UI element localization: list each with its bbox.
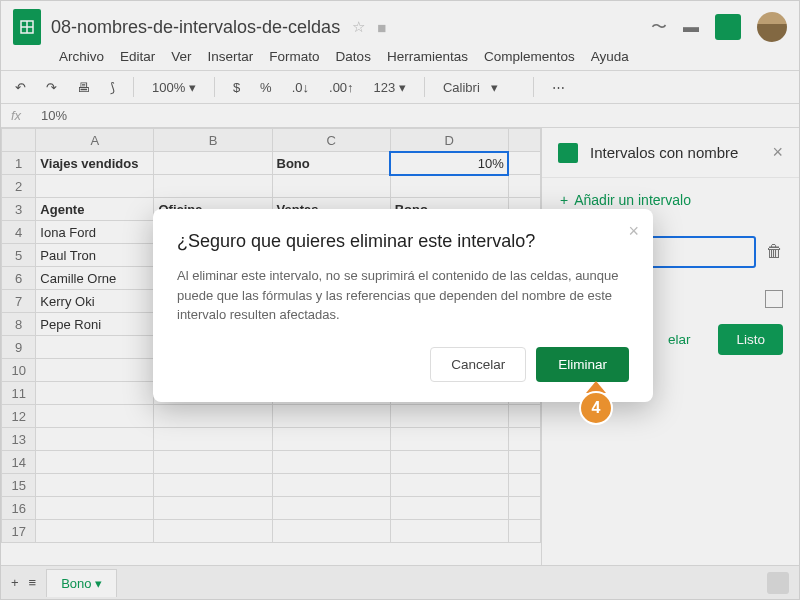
menu-complementos[interactable]: Complementos (484, 49, 575, 64)
cell[interactable]: Bono (272, 152, 390, 175)
menu-archivo[interactable]: Archivo (59, 49, 104, 64)
menu-insertar[interactable]: Insertar (208, 49, 254, 64)
menu-editar[interactable]: Editar (120, 49, 155, 64)
toolbar: ↶ ↷ 🖶 ⟆ 100% ▾ $ % .0↓ .00↑ 123 ▾ Calibr… (1, 71, 799, 104)
dialog-body: Al eliminar este intervalo, no se suprim… (177, 266, 629, 325)
share-button[interactable] (715, 14, 741, 40)
col-header-a[interactable]: A (36, 129, 154, 152)
plus-icon: + (560, 192, 568, 208)
col-header-c[interactable]: C (272, 129, 390, 152)
avatar[interactable] (757, 12, 787, 42)
undo-icon[interactable]: ↶ (11, 78, 30, 97)
panel-cancel-button[interactable]: elar (650, 324, 709, 355)
menu-ayuda[interactable]: Ayuda (591, 49, 629, 64)
select-range-icon[interactable] (765, 290, 783, 308)
cell[interactable]: Viajes vendidos (36, 152, 154, 175)
menu-bar: Archivo Editar Ver Insertar Formato Dato… (1, 45, 799, 71)
dialog-cancel-button[interactable]: Cancelar (430, 347, 526, 382)
dialog-close-icon[interactable]: × (628, 221, 639, 242)
col-header-e[interactable] (508, 129, 540, 152)
tutorial-callout: 4 (579, 381, 613, 425)
explore-icon[interactable] (767, 572, 789, 594)
format-percent[interactable]: % (256, 78, 276, 97)
star-icon[interactable]: ☆ (352, 18, 365, 36)
comments-icon[interactable]: ▬ (683, 18, 699, 36)
more-toolbar-icon[interactable]: ⋯ (548, 78, 569, 97)
document-title[interactable]: 08-nombres-de-intervalos-de-celdas (51, 17, 340, 38)
all-sheets-icon[interactable]: ≡ (29, 575, 37, 590)
sheets-mini-icon (558, 143, 578, 163)
menu-herramientas[interactable]: Herramientas (387, 49, 468, 64)
formula-bar[interactable]: fx 10% (1, 104, 799, 128)
font-select[interactable]: Calibri ▾ (439, 78, 519, 97)
callout-number: 4 (579, 391, 613, 425)
format-currency[interactable]: $ (229, 78, 244, 97)
confirm-delete-dialog: × ¿Seguro que quieres eliminar este inte… (153, 209, 653, 402)
menu-ver[interactable]: Ver (171, 49, 191, 64)
col-header-d[interactable]: D (390, 129, 508, 152)
delete-range-icon[interactable]: 🗑 (766, 242, 783, 262)
menu-datos[interactable]: Datos (336, 49, 371, 64)
col-header-b[interactable]: B (154, 129, 272, 152)
trend-icon[interactable]: 〜 (651, 17, 667, 38)
paint-format-icon[interactable]: ⟆ (106, 78, 119, 97)
folder-icon[interactable]: ■ (377, 19, 386, 36)
increase-decimal[interactable]: .00↑ (325, 78, 358, 97)
panel-title: Intervalos con nombre (590, 144, 738, 161)
close-panel-icon[interactable]: × (772, 142, 783, 163)
cell-selected[interactable]: 10% (390, 152, 508, 175)
formula-value[interactable]: 10% (41, 108, 67, 123)
number-format[interactable]: 123 ▾ (370, 78, 410, 97)
sheet-tab[interactable]: Bono ▾ (46, 569, 117, 597)
sheets-app-icon[interactable] (13, 9, 41, 45)
dialog-title: ¿Seguro que quieres eliminar este interv… (177, 231, 629, 252)
menu-formato[interactable]: Formato (269, 49, 319, 64)
title-bar: 08-nombres-de-intervalos-de-celdas ☆ ■ 〜… (1, 1, 799, 45)
decrease-decimal[interactable]: .0↓ (288, 78, 313, 97)
panel-done-button[interactable]: Listo (718, 324, 783, 355)
redo-icon[interactable]: ↷ (42, 78, 61, 97)
print-icon[interactable]: 🖶 (73, 78, 94, 97)
select-all-corner[interactable] (2, 129, 36, 152)
dialog-confirm-button[interactable]: Eliminar (536, 347, 629, 382)
fx-icon: fx (11, 108, 41, 123)
zoom-select[interactable]: 100% ▾ (148, 78, 200, 97)
add-sheet-icon[interactable]: + (11, 575, 19, 590)
sheet-tabs-bar: + ≡ Bono ▾ (1, 565, 799, 599)
